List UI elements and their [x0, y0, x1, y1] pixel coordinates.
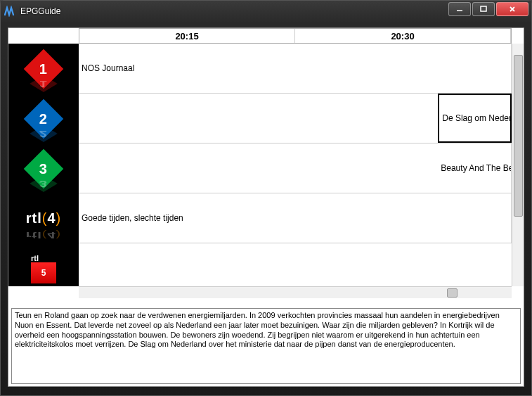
- client-area: 20:15 20:30 11NOS Journaal22De Slag om N…: [8, 27, 524, 387]
- titlebar[interactable]: EPGGuide: [1, 1, 531, 22]
- program-track: Goede tijden, slechte tijden: [79, 193, 512, 243]
- scrollbar-thumb[interactable]: [447, 288, 458, 298]
- close-button[interactable]: [496, 2, 528, 16]
- channel-row: 22De Slag om Nederland: [8, 94, 512, 143]
- epg-grid: 20:15 20:30 11NOS Journaal22De Slag om N…: [8, 28, 524, 298]
- channel-logo-ned2[interactable]: 22: [8, 94, 79, 143]
- channel-row: 33Beauty And The Beast: [8, 143, 512, 193]
- channel-row: rtl5: [8, 243, 512, 286]
- window-title: EPGGuide: [20, 6, 60, 16]
- time-header-cell: 20:15: [79, 29, 295, 43]
- channel-rows: 11NOS Journaal22De Slag om Nederland33Be…: [8, 44, 512, 286]
- minimize-button[interactable]: [448, 2, 471, 16]
- program-cell[interactable]: Goede tijden, slechte tijden: [79, 193, 512, 243]
- channel-logo-ned3[interactable]: 33: [8, 143, 79, 193]
- program-cell[interactable]: Beauty And The Beast: [438, 143, 512, 193]
- svg-rect-1: [481, 6, 486, 11]
- channel-logo-rtl5[interactable]: rtl5: [8, 243, 79, 286]
- program-cell[interactable]: De Slag om Nederland: [438, 94, 512, 143]
- horizontal-scrollbar[interactable]: [79, 286, 512, 298]
- app-window: EPGGuide 20:15 20:30 11NOS Journaal22De …: [0, 0, 532, 396]
- scrollbar-thumb[interactable]: [514, 55, 523, 217]
- channel-logo-rtl4[interactable]: rtl(4)rtl(4): [8, 193, 79, 243]
- program-track: NOS Journaal: [79, 44, 512, 93]
- program-track: [79, 243, 512, 286]
- channel-row: 11NOS Journaal: [8, 44, 512, 94]
- program-track: Beauty And The Beast: [79, 143, 512, 193]
- time-header: 20:15 20:30: [79, 28, 512, 44]
- maximize-button[interactable]: [472, 2, 495, 16]
- window-controls: [448, 2, 528, 16]
- vertical-scrollbar[interactable]: [512, 44, 524, 286]
- program-cell[interactable]: NOS Journaal: [79, 44, 512, 93]
- program-track: De Slag om Nederland: [79, 94, 512, 143]
- app-icon: [4, 5, 16, 18]
- description-panel: Teun en Roland gaan op zoek naar de verd…: [11, 308, 521, 384]
- channel-row: rtl(4)rtl(4)Goede tijden, slechte tijden: [8, 193, 512, 243]
- time-header-cell: 20:30: [295, 29, 511, 43]
- channel-logo-ned1[interactable]: 11: [8, 44, 79, 94]
